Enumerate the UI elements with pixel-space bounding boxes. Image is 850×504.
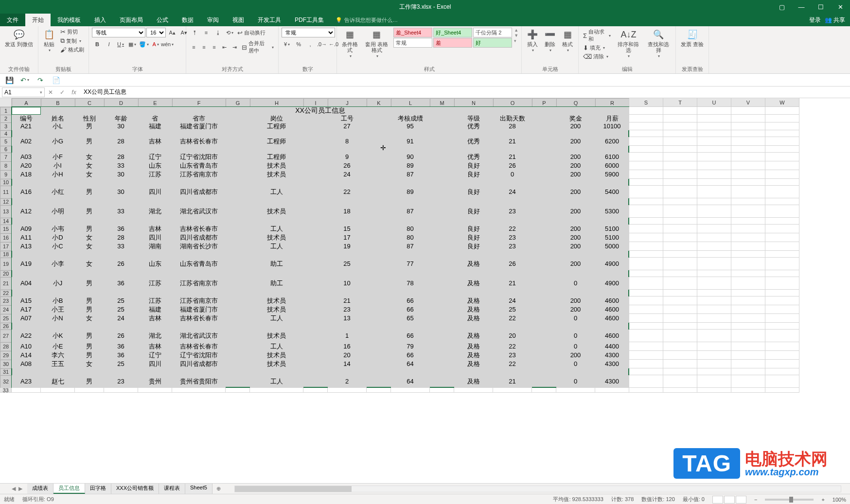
sheet-tab[interactable]: 成绩表 [27, 484, 53, 494]
cell[interactable] [532, 251, 556, 258]
cell[interactable] [731, 330, 765, 342]
cell[interactable] [731, 290, 765, 296]
cell[interactable] [367, 179, 391, 186]
cell[interactable] [556, 179, 595, 186]
cell[interactable] [697, 225, 731, 233]
cell[interactable]: A20 [12, 161, 41, 170]
cell[interactable] [430, 186, 454, 198]
cell[interactable] [430, 198, 454, 205]
cell[interactable]: 10100 [595, 122, 629, 130]
cell[interactable] [430, 277, 454, 290]
cell[interactable] [532, 205, 556, 218]
cell[interactable] [697, 130, 731, 137]
cell[interactable]: 15 [328, 225, 367, 233]
cell[interactable] [697, 115, 731, 122]
cell[interactable] [731, 130, 765, 137]
cell[interactable]: 技术员 [250, 233, 303, 242]
cell[interactable]: A03 [12, 153, 41, 161]
cell[interactable]: 17 [328, 233, 367, 242]
cell[interactable] [697, 186, 731, 198]
cell[interactable]: 66 [391, 330, 430, 342]
cell[interactable]: 24 [493, 186, 532, 198]
cell[interactable] [367, 198, 391, 205]
cut-button[interactable]: ✂剪切 [59, 28, 86, 36]
cell[interactable] [532, 305, 556, 314]
cell[interactable]: 辽宁省沈阳市 [172, 351, 226, 360]
cell[interactable]: 4600 [595, 305, 629, 314]
wrap-text-button[interactable]: ↩自动换行 [236, 29, 267, 37]
cell[interactable] [493, 179, 532, 186]
cell[interactable] [104, 130, 138, 137]
cell[interactable]: 6100 [595, 153, 629, 161]
cell[interactable] [430, 314, 454, 323]
cell[interactable] [303, 368, 328, 375]
cell[interactable] [454, 130, 493, 137]
cell[interactable]: 200 [556, 305, 595, 314]
style-normal[interactable]: 常规 [393, 38, 432, 48]
cell[interactable] [629, 368, 663, 375]
row-header-11[interactable]: 11 [0, 186, 12, 198]
cell[interactable] [629, 351, 663, 360]
cell[interactable] [731, 115, 765, 122]
cell[interactable] [765, 277, 799, 290]
cell[interactable] [328, 179, 367, 186]
cell[interactable]: 28 [493, 122, 532, 130]
cell[interactable] [731, 205, 765, 218]
cell[interactable] [629, 296, 663, 305]
cell[interactable] [731, 296, 765, 305]
cell[interactable] [328, 251, 367, 258]
cell[interactable] [532, 146, 556, 153]
cell[interactable] [430, 115, 454, 122]
cell[interactable]: 江苏省南京市 [172, 296, 226, 305]
cell[interactable]: 山东省青岛市 [172, 258, 226, 270]
cell[interactable]: 4600 [595, 314, 629, 323]
scrollbar-thumb[interactable] [235, 486, 352, 492]
cell[interactable]: 工人 [250, 225, 303, 233]
cell[interactable] [731, 388, 765, 393]
cell[interactable]: 4300 [595, 375, 629, 388]
cell[interactable] [731, 368, 765, 375]
cell[interactable] [12, 388, 41, 393]
cell[interactable] [303, 115, 328, 122]
cell[interactable]: 89 [391, 186, 430, 198]
cell[interactable] [328, 218, 367, 225]
cell[interactable] [697, 122, 731, 130]
cell[interactable]: 21 [493, 137, 532, 146]
cell[interactable]: 良好 [454, 186, 493, 198]
cell[interactable] [765, 130, 799, 137]
cell[interactable]: 5100 [595, 225, 629, 233]
cell[interactable] [12, 146, 41, 153]
cell[interactable] [226, 170, 250, 179]
cell[interactable] [629, 130, 663, 137]
cell[interactable] [493, 130, 532, 137]
cell[interactable] [595, 251, 629, 258]
cell[interactable]: 33 [104, 242, 138, 251]
fill-color-button[interactable]: 🪣 [139, 39, 149, 49]
cell[interactable] [765, 323, 799, 330]
cell[interactable] [697, 305, 731, 314]
cell[interactable]: 优秀 [454, 153, 493, 161]
cell[interactable]: 小F [41, 153, 75, 161]
cell[interactable] [663, 242, 697, 251]
cell[interactable] [532, 277, 556, 290]
cell[interactable] [731, 170, 765, 179]
col-header-I[interactable]: I [303, 98, 328, 108]
cell[interactable]: 22 [493, 314, 532, 323]
cell[interactable] [226, 233, 250, 242]
cell[interactable] [138, 388, 172, 393]
cell[interactable]: 5400 [595, 186, 629, 198]
cell[interactable] [226, 242, 250, 251]
sheet-tab[interactable]: Sheet5 [185, 484, 212, 494]
cell[interactable] [391, 179, 430, 186]
decrease-indent-icon[interactable]: ⇤ [220, 42, 229, 52]
cell[interactable]: 女 [75, 258, 104, 270]
cell[interactable] [328, 270, 367, 277]
cell[interactable] [391, 323, 430, 330]
cell[interactable]: 出勤天数 [493, 115, 532, 122]
cell[interactable] [731, 153, 765, 161]
maximize-icon[interactable]: ☐ [811, 0, 831, 14]
cell[interactable]: 36 [104, 277, 138, 290]
undo-icon[interactable]: ↶ [19, 75, 30, 86]
cell[interactable]: 技术员 [250, 360, 303, 368]
cell[interactable]: 200 [556, 205, 595, 218]
